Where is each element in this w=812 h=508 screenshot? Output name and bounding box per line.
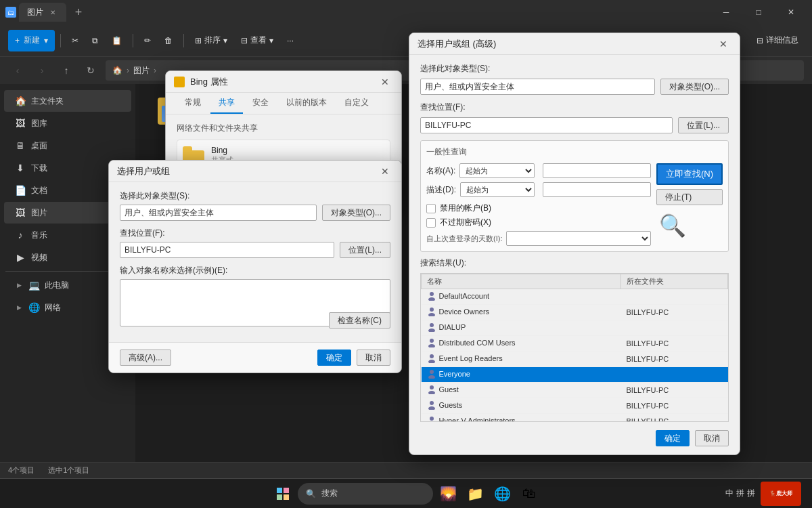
result-row-0[interactable]: DefaultAccount (422, 289, 728, 305)
sidebar-item-home[interactable]: 🏠 主文件夹 (4, 90, 131, 112)
rename-btn[interactable]: ✏ (139, 30, 156, 51)
result-location-8: BILLYFU-PC (621, 414, 728, 423)
breadcrumb-path: 图片 (133, 65, 150, 77)
sel-ok-btn[interactable]: 确定 (317, 350, 351, 366)
props-title-bar: Bing 属性 ✕ (166, 71, 401, 93)
sidebar-item-label-home: 主文件夹 (31, 96, 64, 107)
minimize-btn[interactable]: ─ (710, 1, 742, 23)
result-row-2[interactable]: DIALUP (422, 320, 728, 336)
result-location-1: BILLYFU-PC (621, 305, 728, 320)
sidebar-item-desktop[interactable]: 🖥 桌面 (4, 135, 131, 156)
sel-close-btn[interactable]: ✕ (377, 163, 393, 179)
detail-panel-btn[interactable]: ⊟ 详细信息 (751, 32, 804, 49)
result-row-8[interactable]: Hyper-V AdministratorsBILLYFU-PC (422, 414, 728, 423)
sel-advanced-btn[interactable]: 高级(A)... (120, 350, 171, 366)
more-btn[interactable]: ··· (281, 30, 299, 51)
forward-btn[interactable]: › (32, 61, 51, 80)
result-row-3[interactable]: Distributed COM UsersBILLYFU-PC (422, 336, 728, 352)
sort-btn[interactable]: ⊞ 排序 ▾ (189, 30, 233, 51)
ime-lang1: 中 (725, 488, 734, 499)
name-select[interactable]: 起始为 (459, 163, 535, 178)
desc-text-input[interactable] (543, 182, 651, 197)
result-row-6[interactable]: GuestBILLYFU-PC (422, 383, 728, 398)
sel-location-label: 查找位置(F): (120, 228, 390, 239)
tab-previous[interactable]: 以前的版本 (278, 93, 335, 114)
noexpiry-checkbox[interactable] (426, 218, 436, 228)
sel-type-label: 选择此对象类型(S): (120, 190, 390, 202)
find-now-btn[interactable]: 立即查找(N) (656, 163, 723, 185)
stop-btn[interactable]: 停止(T) (656, 189, 723, 205)
sidebar-item-label-downloads: 下载 (31, 163, 47, 174)
col-name-header: 名称 (422, 274, 621, 289)
result-scroll-container[interactable]: 名称 所在文件夹 DefaultAccountDevice OwnersBILL… (420, 273, 729, 422)
query-content: 名称(A): 起始为 描述(D): 起始为 (426, 163, 723, 246)
user-icon-6: Guest (427, 385, 459, 394)
svg-point-8 (430, 323, 434, 327)
sel-check-btn[interactable]: 检查名称(C) (329, 312, 390, 329)
name-text-input[interactable] (543, 163, 651, 178)
explorer-tab[interactable]: 图片 ✕ (19, 3, 66, 22)
close-btn[interactable]: ✕ (775, 1, 807, 23)
tab-close-btn[interactable]: ✕ (47, 7, 58, 18)
taskbar-icon-edge[interactable]: 🌐 (490, 482, 514, 506)
desc-select[interactable]: 起始为 (460, 182, 535, 197)
taskbar-icon-folder[interactable]: 📁 (463, 482, 487, 506)
expand-network-icon: ▶ (15, 303, 23, 312)
noexpiry-cb-row: 不过期密码(X) (426, 217, 651, 228)
query-btns: 立即查找(N) 停止(T) 🔍 (656, 163, 723, 242)
adv-ok-btn[interactable]: 确定 (656, 430, 690, 446)
general-query-section: 一般性查询 名称(A): 起始为 描述(D): (420, 140, 729, 252)
sidebar-item-gallery[interactable]: 🖼 图库 (4, 112, 131, 134)
user-icon-5: Everyone (427, 369, 470, 379)
result-row-4[interactable]: Event Log ReadersBILLYFU-PC (422, 352, 728, 367)
copy-btn[interactable]: ⧉ (87, 30, 104, 51)
refresh-btn[interactable]: ↻ (81, 61, 100, 80)
back-btn[interactable]: ‹ (8, 61, 27, 80)
ime-indicator[interactable]: 中 拼 拼 (725, 488, 755, 499)
days-label: 自上次查登录的天数(I): (426, 234, 502, 244)
sel-location-btn[interactable]: 位置(L)... (340, 242, 390, 258)
detail-label: 详细信息 (766, 35, 798, 46)
delete-btn[interactable]: 🗑 (159, 30, 178, 51)
adv-cancel-btn[interactable]: 取消 (695, 430, 729, 446)
user-icon-0: DefaultAccount (427, 291, 490, 301)
disabled-checkbox[interactable] (426, 204, 436, 213)
tab-general[interactable]: 常规 (177, 93, 209, 114)
sort-icon: ⊞ (195, 36, 202, 45)
new-button[interactable]: + 新建 ▾ (8, 30, 55, 51)
tab-customize[interactable]: 自定义 (336, 93, 377, 114)
view-btn[interactable]: ⊟ 查看 ▾ (235, 30, 279, 51)
adv-location-btn[interactable]: 位置(L)... (678, 117, 729, 133)
start-btn[interactable] (271, 482, 295, 506)
svg-point-5 (428, 297, 435, 301)
adv-type-btn[interactable]: 对象类型(O)... (660, 79, 729, 95)
adv-action-btns: 确定 取消 (420, 430, 729, 446)
tab-sharing[interactable]: 共享 (210, 93, 243, 114)
paste-btn[interactable]: 📋 (106, 30, 127, 51)
sel-type-btn[interactable]: 对象类型(O)... (322, 205, 390, 221)
adv-location-row: BILLYFU-PC 位置(L)... (420, 117, 729, 133)
sel-type-row: 用户、组或内置安全主体 对象类型(O)... (120, 205, 390, 221)
network-icon: 🌐 (28, 302, 39, 313)
adv-close-btn[interactable]: ✕ (715, 36, 731, 52)
result-row-5[interactable]: Everyone (422, 367, 728, 383)
result-row-7[interactable]: GuestsBILLYFU-PC (422, 398, 728, 414)
result-name-7: Guests (422, 398, 621, 414)
sel-title: 选择用户或组 (117, 165, 170, 177)
result-row-1[interactable]: Device OwnersBILLYFU-PC (422, 305, 728, 320)
videos-icon: ▶ (15, 252, 26, 263)
result-location-4: BILLYFU-PC (621, 352, 728, 367)
cut-btn[interactable]: ✂ (66, 30, 84, 51)
tab-add-btn[interactable]: + (69, 3, 88, 22)
props-close-btn[interactable]: ✕ (377, 74, 393, 90)
tab-security[interactable]: 安全 (244, 93, 277, 114)
sel-cancel-btn[interactable]: 取消 (357, 350, 390, 366)
windows-icon (277, 488, 289, 500)
maximize-btn[interactable]: □ (743, 1, 774, 23)
svg-point-7 (428, 313, 435, 316)
taskbar-search-bar[interactable]: 🔍 搜索 (298, 483, 433, 505)
taskbar-icon-image[interactable]: 🌄 (436, 482, 460, 506)
days-select[interactable] (506, 231, 651, 246)
taskbar-icon-store[interactable]: 🛍 (517, 482, 541, 506)
up-btn[interactable]: ↑ (57, 61, 76, 80)
